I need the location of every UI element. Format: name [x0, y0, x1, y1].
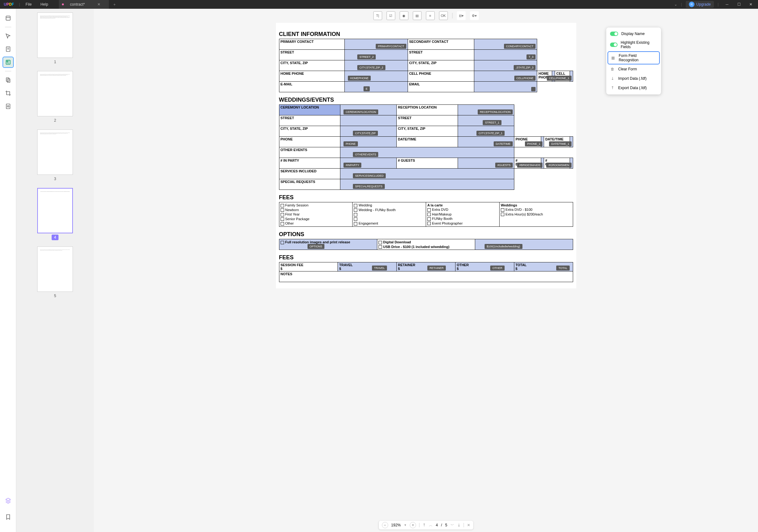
sidebar-protect[interactable] [3, 101, 14, 112]
thumbnail-page-5[interactable]: Lorem ipsum dolor sit amet consectetur a… [37, 247, 73, 292]
checkbox[interactable] [427, 217, 431, 221]
field-tag[interactable]: #INPARTY [343, 163, 361, 168]
field-tag[interactable]: OPTIONS [307, 244, 325, 249]
minimize-button[interactable]: ─ [722, 2, 732, 7]
checkbox[interactable] [379, 245, 382, 249]
checkbox[interactable] [501, 208, 504, 212]
add-tab-button[interactable]: ＋ [109, 2, 120, 7]
zoom-out-button[interactable]: − [382, 522, 388, 528]
thumbnail-page-4[interactable]: ▬▬▬ ▬▬ ▬▬▬▬ ▬▬ ▬▬▬ ▬▬▬▬ ▬▬ ▬▬▬ ▬▬ ▬▬▬▬ ▬… [37, 188, 73, 233]
close-tab-button[interactable]: ✕ [97, 2, 100, 7]
checkbox[interactable] [379, 241, 382, 244]
close-window-button[interactable]: ✕ [746, 2, 755, 7]
field-tag[interactable]: CITY,STATE,ZIP_2 [357, 65, 385, 70]
first-page-button[interactable]: ⤒ [423, 523, 426, 527]
field-tag[interactable]: DATE/TIME_1 [549, 141, 571, 147]
sidebar-organize[interactable] [3, 75, 14, 86]
field-tag[interactable]: STREET_2 [357, 54, 376, 59]
field-tag[interactable]: #BRIDESMAIDS [517, 163, 542, 168]
sidebar-comment[interactable] [3, 30, 14, 42]
field-tag[interactable] [531, 87, 535, 91]
field-tag[interactable]: CELLPHONE_1 [547, 76, 571, 81]
sidebar-layers[interactable] [3, 495, 14, 506]
thumbnail-page-1[interactable]: Lorem ipsum dolor sit amet consectetur a… [37, 13, 73, 58]
radio-tool[interactable]: ◉ [399, 11, 408, 20]
zoom-level[interactable]: 192% [391, 523, 401, 527]
toggle-highlight-fields[interactable]: Highlight Existing Fields [606, 38, 661, 51]
checkbox[interactable] [281, 241, 284, 244]
checkbox[interactable] [427, 208, 431, 212]
maximize-button[interactable]: ☐ [734, 2, 743, 7]
checkbox[interactable] [354, 213, 357, 216]
field-tag[interactable]: HOMEPHONE [348, 76, 371, 81]
field-tag[interactable]: $100(1includedw/wedding) [485, 244, 522, 249]
field-tag[interactable]: RECEPTIONLOCATION [478, 110, 513, 115]
prev-page-button[interactable]: ︿ [429, 523, 433, 528]
next-page-button[interactable]: ﹀ [451, 523, 454, 528]
align-tool[interactable]: ⊟▾ [457, 11, 465, 20]
form-options-tool[interactable]: ⚙▾ [470, 11, 479, 20]
checkbox[interactable] [427, 222, 431, 225]
field-tag[interactable]: OTHEREVENTS [353, 152, 379, 157]
checkbox[interactable] [354, 208, 357, 212]
checkbox[interactable] [281, 217, 284, 221]
field-tag[interactable]: CELLPHONE [514, 76, 536, 81]
field-tag[interactable]: OTHER [490, 266, 504, 271]
form-field-recognition[interactable]: ▦Form Field Recognition [607, 51, 660, 64]
checkbox[interactable] [354, 222, 357, 225]
field-tag[interactable]: RETAINER [427, 266, 446, 271]
list-tool[interactable]: ≡ [426, 11, 434, 20]
text-field-tool[interactable]: T| [373, 11, 382, 20]
checkbox[interactable] [281, 222, 284, 225]
checkbox[interactable] [354, 217, 357, 221]
sidebar-form[interactable] [3, 57, 14, 68]
sidebar-reader-mode[interactable] [3, 13, 14, 24]
toggle-display-name[interactable]: Display Name [606, 29, 661, 38]
field-tag[interactable]: PHONE_1 [525, 141, 542, 147]
field-tag[interactable]: TRAVEL [372, 266, 387, 271]
dropdown-tool[interactable]: ▤ [413, 11, 421, 20]
document-tab[interactable]: contract* ✕ [59, 0, 109, 9]
button-tool[interactable]: OK [439, 11, 448, 20]
thumbnail-page-2[interactable]: Lorem ipsum dolor sit amet consectetur a… [37, 71, 73, 116]
field-tag[interactable]: #GROOMSMEN [546, 163, 571, 168]
chevron-down-icon[interactable]: ⌄ [674, 2, 677, 7]
checkbox[interactable] [427, 213, 431, 216]
field-tag[interactable]: CONDARYCONTACT [504, 44, 536, 49]
checkbox-tool[interactable]: ☑ [386, 11, 395, 20]
field-tag[interactable]: DATE/TIME [494, 141, 513, 147]
close-bar-button[interactable]: ✕ [467, 523, 470, 527]
sidebar-crop[interactable] [3, 87, 14, 99]
checkbox[interactable] [501, 213, 504, 216]
field-tag[interactable]: TOTAL [556, 266, 569, 271]
field-tag[interactable]: PHONE [343, 141, 358, 147]
upgrade-button[interactable]: R Upgrade [686, 1, 714, 8]
last-page-button[interactable]: ⤓ [457, 523, 461, 527]
sidebar-edit[interactable] [3, 44, 14, 55]
field-tag[interactable]: E [363, 86, 370, 91]
clear-form[interactable]: 🗑Clear Form [606, 64, 661, 74]
checkbox[interactable] [281, 213, 284, 216]
field-tag[interactable]: CEREMONYLOCATION [343, 110, 378, 115]
import-data[interactable]: ⤓Import Data (.fdf) [606, 74, 661, 83]
field-tag[interactable]: CITY,STATE,ZIP_1 [476, 131, 504, 136]
field-tag[interactable]: CITY,STATE,ZIP [353, 131, 378, 136]
menu-file[interactable]: File [21, 2, 36, 7]
menu-help[interactable]: Help [36, 2, 52, 7]
field-tag[interactable]: PRIMARYCONTACT [376, 44, 406, 49]
checkbox[interactable] [354, 204, 357, 207]
field-tag[interactable]: #GUESTS [495, 163, 513, 168]
field-tag[interactable]: SERVICESINCLUDED [353, 173, 386, 178]
field-tag[interactable]: ,STATE,ZIP_3 [514, 65, 536, 70]
thumbnail-page-3[interactable]: Lorem ipsum dolor sit amet consectetur a… [37, 129, 73, 175]
field-tag[interactable]: T_3 [527, 54, 536, 59]
field-tag[interactable]: STREET_1 [483, 120, 501, 125]
sidebar-bookmark[interactable] [3, 511, 14, 523]
zoom-in-button[interactable]: + [410, 522, 416, 528]
zoom-dropdown-icon[interactable]: ▼ [404, 523, 407, 527]
export-data[interactable]: ⤒Export Data (.fdf) [606, 83, 661, 93]
checkbox[interactable] [281, 204, 284, 207]
checkbox[interactable] [281, 208, 284, 212]
field-tag[interactable]: SPECIALREQUESTS [353, 184, 385, 189]
current-page[interactable]: 4 [436, 523, 438, 527]
